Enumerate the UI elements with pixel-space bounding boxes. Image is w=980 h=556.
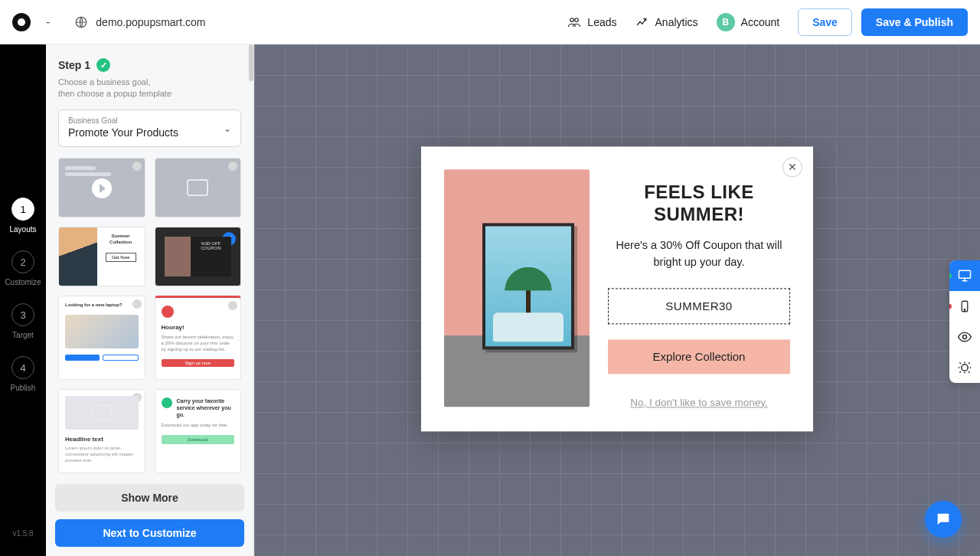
device-toolbar [949,260,980,383]
field-label: Business Goal [68,116,231,125]
step-label: Layouts [9,225,36,234]
leads-link[interactable]: Leads [567,15,616,29]
hint-line: then choose a popup template [58,88,241,100]
layout-panel: Step 1 ✓ Choose a business goal, then ch… [46,44,254,556]
panel-step-title: Step 1 [58,59,90,71]
template-card[interactable] [58,158,145,217]
template-caption: %30 OFF COUPON [195,241,227,250]
popup-cta-button[interactable]: Explore Collection [608,339,790,374]
account-menu[interactable]: B Account [717,13,780,31]
template-card[interactable] [155,158,242,217]
popup-image [444,169,590,407]
save-button[interactable]: Save [798,8,852,36]
scrollbar[interactable] [249,44,253,81]
eye-icon [957,329,972,345]
analytics-label: Analytics [655,16,698,28]
template-btn: Sign up now [162,359,235,367]
template-card[interactable]: Looking for a new laptop? [58,296,145,380]
template-title: Summer Collection [102,234,140,246]
editor-canvas[interactable]: ✕ FEELS LIKE SUMMER! Here's a 30% Off Co… [254,44,980,556]
save-publish-button[interactable]: Save & Publish [861,8,968,36]
next-button[interactable]: Next to Customize [55,519,244,547]
template-body: Share our launch celebration, enjoy a 20… [162,335,235,352]
template-card-selected[interactable]: ✓ %30 OFF COUPON [155,227,242,286]
popup-subtitle: Here's a 30% Off Coupon that will bright… [615,237,783,271]
step-layouts[interactable]: 1 Layouts [9,198,36,234]
template-heading: Carry your favorite service wherever you… [177,397,235,418]
step-number: 2 [11,250,34,273]
field-value: Promote Your Products [68,126,231,139]
step-label: Target [12,331,34,339]
popup-close-button[interactable]: ✕ [782,157,802,177]
image-icon [91,404,113,421]
topbar: - demo.popupsmart.com Leads Analytics B … [0,0,980,44]
svg-point-5 [964,309,965,311]
brand-dot-icon [162,397,172,408]
close-icon: ✕ [788,161,797,173]
step-target[interactable]: 3 Target [11,303,34,339]
step-publish[interactable]: 4 Publish [11,356,36,392]
template-btn: Get Now [106,253,136,262]
svg-point-2 [575,18,579,21]
step-customize[interactable]: 2 Customize [5,250,41,286]
mobile-icon [958,299,972,313]
play-icon [92,178,112,198]
debug-button[interactable] [949,352,980,383]
chat-fab[interactable] [925,501,962,538]
chevron-down-icon: ⌄ [224,124,231,135]
show-more-button[interactable]: Show More [55,484,244,512]
popup-decline-link[interactable]: No, I don't like to save money. [630,397,767,408]
template-card[interactable]: Carry your favorite service wherever you… [155,389,242,473]
analytics-link[interactable]: Analytics [635,15,698,29]
template-heading: Looking for a new laptop? [65,303,139,309]
status-dot-icon [949,273,952,279]
leads-icon [567,15,581,29]
svg-point-1 [570,18,574,21]
close-icon [228,301,237,310]
brand-dot-icon [162,306,174,318]
account-label: Account [741,16,780,28]
check-icon: ✓ [96,58,110,72]
step-label: Customize [5,278,41,286]
popup-title-line: SUMMER! [644,204,754,226]
hint-line: Choose a business goal, [58,77,241,88]
step-label: Publish [11,384,36,392]
close-icon [132,162,142,171]
popup-preview: ✕ FEELS LIKE SUMMER! Here's a 30% Off Co… [421,146,813,431]
analytics-icon [635,15,649,29]
svg-point-7 [962,365,968,371]
step-number: 3 [11,303,34,326]
avatar: B [717,13,735,31]
step-number: 4 [11,356,34,379]
template-grid: Summer Collection Get Now ✓ %30 OFF COUP… [58,158,241,473]
status-dot-icon [949,304,952,309]
panel-step-head: Step 1 ✓ [58,58,241,72]
version-label: v1.5.8 [12,529,33,538]
bug-icon [957,360,972,375]
step-number: 1 [11,198,34,221]
mobile-view-button[interactable] [949,291,980,322]
template-sub: Download our app today for free. [162,423,235,429]
template-heading: Headline text [65,436,139,443]
business-goal-select[interactable]: Business Goal Promote Your Products ⌄ [58,110,241,147]
panel-hint: Choose a business goal, then choose a po… [58,77,241,100]
app-logo[interactable] [12,13,31,31]
desktop-icon [957,268,972,283]
leads-label: Leads [587,16,616,28]
desktop-view-button[interactable] [949,260,980,291]
template-card[interactable]: Summer Collection Get Now [58,227,145,286]
step-rail: 1 Layouts 2 Customize 3 Target 4 Publish… [0,44,46,556]
campaign-name[interactable]: - [46,15,50,29]
domain-label[interactable]: demo.popupsmart.com [96,16,205,28]
image-icon [187,179,208,196]
template-heading: Hooray! [162,324,235,332]
svg-rect-3 [959,270,971,278]
template-card[interactable]: Headline text Lorem ipsum dolor sit amet… [58,389,145,473]
template-card[interactable]: Hooray! Share our launch celebration, en… [155,296,242,380]
coupon-code[interactable]: SUMMER30 [608,288,790,324]
preview-button[interactable] [949,322,980,352]
template-btn: Download [162,435,235,444]
popup-title: FEELS LIKE SUMMER! [644,182,754,226]
close-icon [132,299,142,309]
template-body: Lorem ipsum dolor sit amet, consectetur … [65,446,139,463]
